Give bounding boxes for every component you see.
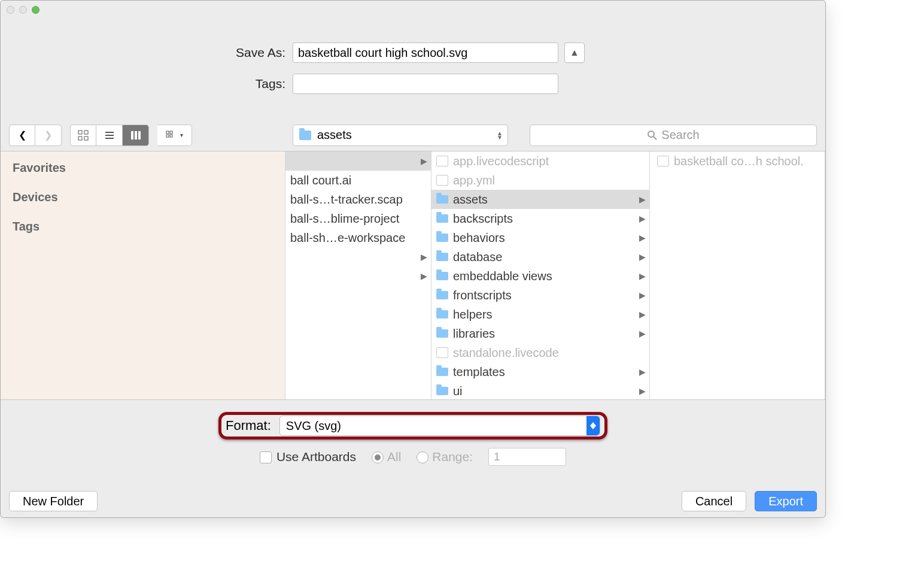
sidebar-heading-tags[interactable]: Tags bbox=[13, 220, 273, 234]
list-item-label: ball-s…blime-project bbox=[290, 212, 399, 226]
browser-column-3: basketball co…h school. bbox=[650, 151, 825, 399]
cancel-button[interactable]: Cancel bbox=[682, 491, 746, 511]
format-value: SVG (svg) bbox=[286, 419, 341, 433]
path-folder-name: assets bbox=[317, 128, 352, 142]
path-popup[interactable]: assets ▲▼ bbox=[293, 125, 508, 146]
list-item-label: embeddable views bbox=[453, 269, 552, 283]
list-item-label: database bbox=[453, 250, 502, 264]
chevron-right-icon: ▶ bbox=[639, 233, 646, 242]
columns-icon bbox=[130, 130, 141, 141]
format-select[interactable]: SVG (svg) bbox=[279, 416, 600, 436]
list-item-label: ui bbox=[453, 384, 463, 398]
sidebar: Favorites Devices Tags bbox=[1, 151, 285, 399]
list-item[interactable]: ball-s…t-tracker.scap bbox=[285, 190, 431, 209]
list-item[interactable]: frontscripts▶ bbox=[431, 286, 649, 305]
list-item[interactable]: database▶ bbox=[431, 247, 649, 266]
svg-rect-12 bbox=[166, 135, 169, 137]
view-icon-button[interactable] bbox=[70, 125, 96, 146]
chevron-right-icon: ▶ bbox=[639, 195, 646, 204]
save-as-label: Save As: bbox=[1, 46, 293, 60]
list-item-label: templates bbox=[453, 365, 505, 379]
grid-icon bbox=[78, 130, 89, 141]
chevron-right-icon: ▶ bbox=[421, 156, 427, 166]
chevron-up-icon: ▲ bbox=[570, 47, 579, 58]
list-item[interactable]: ball-sh…e-workspace bbox=[285, 228, 431, 247]
tags-input[interactable] bbox=[293, 74, 558, 94]
column-browser: Favorites Devices Tags ▶ball court.aibal… bbox=[1, 151, 825, 400]
chevron-right-icon: ▶ bbox=[639, 329, 646, 338]
nav-back-forward: ❮ ❯ bbox=[9, 125, 62, 146]
list-icon bbox=[104, 130, 115, 141]
svg-rect-11 bbox=[170, 131, 172, 134]
nav-back-button[interactable]: ❮ bbox=[9, 125, 35, 146]
checkbox-icon bbox=[260, 451, 272, 463]
folder-icon bbox=[436, 329, 448, 338]
collapse-toggle-button[interactable]: ▲ bbox=[564, 43, 585, 63]
list-item[interactable]: behaviors▶ bbox=[431, 228, 649, 247]
view-mode-segment bbox=[70, 125, 149, 146]
save-as-input[interactable] bbox=[293, 43, 558, 63]
chevron-right-icon: ▶ bbox=[639, 367, 646, 377]
radio-icon bbox=[417, 451, 428, 463]
list-item[interactable]: ui▶ bbox=[431, 381, 649, 399]
use-artboards-checkbox[interactable]: Use Artboards bbox=[260, 450, 356, 464]
sidebar-heading-devices[interactable]: Devices bbox=[13, 190, 273, 204]
list-item[interactable]: backscripts▶ bbox=[431, 209, 649, 228]
list-item-label: behaviors bbox=[453, 231, 505, 245]
chevron-right-icon: ▶ bbox=[421, 271, 427, 281]
format-highlight: Format: SVG (svg) bbox=[218, 412, 607, 439]
list-item[interactable]: libraries▶ bbox=[431, 324, 649, 343]
list-item-label: frontscripts bbox=[453, 289, 512, 302]
list-item[interactable]: ▶ bbox=[285, 247, 431, 266]
dialog-footer: New Folder Cancel Export bbox=[1, 491, 825, 511]
minimize-window-button[interactable] bbox=[19, 6, 27, 14]
zoom-window-button[interactable] bbox=[32, 6, 39, 14]
list-item[interactable]: ▶ bbox=[285, 151, 431, 171]
list-item[interactable]: ball court.ai bbox=[285, 171, 431, 190]
view-list-button[interactable] bbox=[96, 125, 123, 146]
list-item[interactable]: assets▶ bbox=[431, 190, 649, 209]
list-item[interactable]: embeddable views▶ bbox=[431, 266, 649, 286]
chevron-right-icon: ▶ bbox=[639, 271, 646, 281]
view-columns-button[interactable] bbox=[123, 125, 149, 146]
list-item[interactable]: ▶ bbox=[285, 266, 431, 286]
format-label: Format: bbox=[226, 418, 271, 434]
svg-marker-17 bbox=[590, 426, 596, 429]
close-window-button[interactable] bbox=[7, 6, 14, 14]
svg-point-14 bbox=[648, 131, 654, 137]
export-button[interactable]: Export bbox=[755, 491, 817, 511]
folder-icon bbox=[436, 272, 448, 280]
new-folder-button[interactable]: New Folder bbox=[9, 491, 98, 511]
sidebar-heading-favorites[interactable]: Favorites bbox=[13, 161, 273, 175]
list-item[interactable]: ball-s…blime-project bbox=[285, 209, 431, 228]
file-icon bbox=[436, 347, 448, 358]
list-item-label: ball-sh…e-workspace bbox=[290, 231, 405, 245]
browser-toolbar: ❮ ❯ ▾ assets ▲▼ bbox=[1, 119, 825, 151]
list-item[interactable]: app.livecodescript bbox=[431, 151, 649, 171]
title-bar bbox=[1, 1, 825, 19]
chevron-right-icon: ▶ bbox=[639, 252, 646, 262]
list-item[interactable]: basketball co…h school. bbox=[650, 151, 825, 171]
svg-line-15 bbox=[654, 137, 656, 140]
list-item[interactable]: templates▶ bbox=[431, 362, 649, 381]
nav-forward-button[interactable]: ❯ bbox=[35, 125, 62, 146]
all-radio: All bbox=[372, 450, 401, 464]
list-item[interactable]: standalone.livecode bbox=[431, 343, 649, 362]
browser-column-1: ▶ball court.aiball-s…t-tracker.scapball-… bbox=[285, 151, 431, 399]
list-item[interactable]: app.yml bbox=[431, 171, 649, 190]
list-item-label: helpers bbox=[453, 308, 493, 322]
svg-rect-8 bbox=[135, 131, 137, 140]
range-radio: Range: bbox=[417, 450, 473, 464]
list-item[interactable]: helpers▶ bbox=[431, 305, 649, 324]
file-icon bbox=[436, 175, 448, 186]
file-icon bbox=[657, 156, 669, 166]
folder-icon bbox=[436, 387, 448, 395]
svg-rect-3 bbox=[84, 137, 88, 140]
browser-column-2: app.livecodescriptapp.ymlassets▶backscri… bbox=[431, 151, 650, 399]
svg-rect-13 bbox=[170, 135, 172, 137]
svg-rect-2 bbox=[78, 137, 82, 140]
tags-label: Tags: bbox=[1, 77, 293, 91]
chevron-right-icon: ❯ bbox=[44, 129, 52, 141]
arrange-menu-button[interactable]: ▾ bbox=[157, 125, 192, 146]
search-field[interactable]: Search bbox=[530, 125, 817, 146]
